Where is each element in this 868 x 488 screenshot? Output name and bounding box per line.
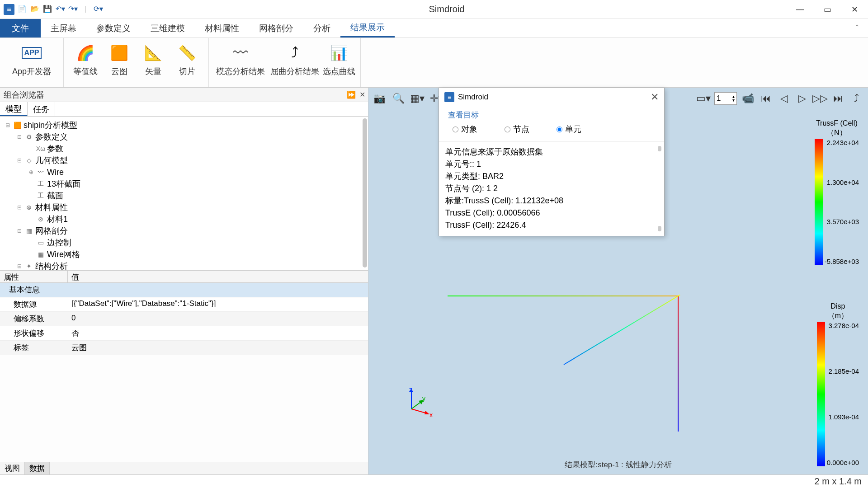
menu-0[interactable]: 主屏幕 [41, 19, 86, 38]
tree-node-icon: 工 [36, 179, 45, 188]
ribbon-cloud[interactable]: 🟧云图 [102, 41, 136, 84]
tree-scrollbar[interactable] [363, 118, 367, 267]
tree-row-8[interactable]: ⊗材料1 [2, 213, 366, 225]
radio-node[interactable]: 节点 [505, 124, 529, 135]
zoom-icon[interactable]: 🔍 [391, 91, 406, 106]
tree-node-label: 13杆截面 [47, 178, 80, 189]
tree-row-9[interactable]: ⊟▦网格剖分 [2, 225, 366, 237]
open-icon[interactable]: 📂 [30, 4, 40, 14]
play-icon[interactable]: ▷ [795, 91, 809, 106]
tab-view[interactable]: 视图 [0, 462, 25, 474]
ribbon-slice[interactable]: 📏切片 [170, 41, 204, 84]
ribbon-vector[interactable]: 📐矢量 [136, 41, 170, 84]
tree-toggle-icon[interactable]: ⊕ [29, 169, 36, 175]
tree-node-label: shipin分析模型 [24, 120, 77, 131]
menu-4[interactable]: 网格剖分 [249, 19, 303, 38]
menu-bar: 文件 主屏幕参数定义三维建模材料属性网格剖分分析结果展示⌃ [0, 19, 868, 38]
tab-data[interactable]: 数据 [25, 462, 50, 474]
grid-icon[interactable]: ▦▾ [410, 91, 425, 106]
tree-row-7[interactable]: ⊟⊗材料属性 [2, 202, 366, 213]
popup-titlebar[interactable]: ≡ Simdroid ✕ [439, 88, 664, 106]
prev-frame-icon[interactable]: ◁ [777, 91, 791, 106]
tree-node-label: 截面 [47, 190, 63, 201]
tab-task[interactable]: 任务 [28, 102, 55, 116]
refresh-icon[interactable]: ⟳▾ [93, 4, 103, 14]
prop-row-0[interactable]: 数据源[{"DataSet":["Wire"],"Database":"1-St… [0, 297, 368, 312]
tree-toggle-icon[interactable]: ⊟ [17, 204, 24, 211]
maximize-button[interactable]: ▭ [814, 0, 841, 19]
menu-1[interactable]: 参数定义 [86, 19, 141, 38]
ribbon-pick-curve[interactable]: 📊选点曲线 [322, 41, 356, 84]
radio-element[interactable]: 单元 [557, 124, 581, 135]
popup-title-text: Simdroid [458, 93, 488, 102]
tree-toggle-icon[interactable]: ⊟ [17, 134, 24, 140]
tree-row-11[interactable]: ▦Wire网格 [2, 249, 366, 260]
undo-icon[interactable]: ↶▾ [55, 4, 65, 14]
save-icon[interactable]: 💾 [42, 4, 52, 14]
tree-node-icon: ▭ [36, 238, 45, 247]
viewport-status: 结果模型:step-1 : 线性静力分析 [565, 460, 671, 470]
ribbon-contour[interactable]: 🌈等值线 [68, 41, 102, 84]
tree-row-10[interactable]: ▭边控制 [2, 237, 366, 249]
menu-3[interactable]: 材料属性 [195, 19, 249, 38]
prop-row-2[interactable]: 形状偏移否 [0, 326, 368, 341]
window-controls: — ▭ ✕ [787, 0, 868, 19]
tree-row-0[interactable]: ⊟🟧shipin分析模型 [2, 119, 366, 131]
ribbon-buckle[interactable]: ⤴屈曲分析结果 [268, 41, 322, 84]
prop-value: 0 [68, 312, 368, 326]
legend2-ticks-tick-2: 1.093e-04 [827, 413, 859, 421]
ribbon-app-dev[interactable]: APPApp开发器 [5, 41, 59, 84]
prop-row-1[interactable]: 偏移系数0 [0, 312, 368, 326]
legend2-ticks-tick-3: 0.000e+00 [827, 459, 859, 466]
menu-2[interactable]: 三维建模 [141, 19, 195, 38]
app-logo-icon[interactable]: ≡ [4, 4, 14, 15]
export-icon[interactable]: ⤴ [849, 91, 863, 106]
minimize-button[interactable]: — [787, 0, 814, 19]
menu-file[interactable]: 文件 [0, 19, 41, 38]
popup-scrollbar[interactable] [658, 146, 661, 231]
svg-line-2 [411, 409, 427, 413]
tree-node-label: 参数定义 [35, 131, 68, 142]
menu-5[interactable]: 分析 [303, 19, 340, 38]
frame-spinner[interactable]: 1 ▴ ▾ [714, 92, 737, 105]
layers-icon[interactable]: ▭▾ [696, 91, 711, 106]
menu-6[interactable]: 结果展示 [340, 19, 395, 38]
tree-row-1[interactable]: ⊟⚙参数定义 [2, 131, 366, 143]
viewport-toolbar-left: 📷 🔍 ▦▾ ✛▾ [372, 91, 443, 106]
close-button[interactable]: ✕ [841, 0, 868, 19]
popup-legend: 查看目标 [439, 106, 664, 120]
last-frame-icon[interactable]: ⏭ [831, 91, 845, 106]
next-frame-icon[interactable]: ▷▷ [813, 91, 827, 106]
legend2-colorbar [817, 322, 825, 466]
tree-row-6[interactable]: 工截面 [2, 190, 366, 202]
tree-row-12[interactable]: ⊟✦结构分析 [2, 260, 366, 270]
ribbon-collapse-icon[interactable]: ⌃ [854, 23, 863, 33]
panel-fastforward-icon[interactable]: ⏩ [347, 90, 356, 99]
tree-toggle-icon[interactable]: ⊟ [5, 122, 13, 128]
tree-row-2[interactable]: Xω参数 [2, 143, 366, 155]
prop-row-3[interactable]: 标签云图 [0, 341, 368, 355]
ribbon-modal[interactable]: 〰模态分析结果 [213, 41, 268, 84]
new-icon[interactable]: 📄 [17, 4, 27, 14]
prop-value: [{"DataSet":["Wire"],"Database":"1-Stati… [68, 297, 368, 311]
tab-model[interactable]: 模型 [0, 102, 28, 116]
first-frame-icon[interactable]: ⏮ [759, 91, 773, 106]
panel-close-icon[interactable]: ✕ [359, 90, 365, 99]
tree-toggle-icon[interactable]: ⊟ [17, 263, 24, 269]
tree-row-4[interactable]: ⊕〰Wire [2, 166, 366, 178]
redo-icon[interactable]: ↷▾ [68, 4, 78, 14]
tree-row-3[interactable]: ⊟◇几何模型 [2, 155, 366, 166]
snapshot-icon[interactable]: 📷 [372, 91, 387, 106]
tree-toggle-icon[interactable]: ⊟ [17, 157, 24, 164]
modal-label: 模态分析结果 [216, 66, 265, 77]
model-tree[interactable]: ⊟🟧shipin分析模型⊟⚙参数定义Xω参数⊟◇几何模型⊕〰Wire工13杆截面… [0, 117, 368, 270]
spinner-down-icon[interactable]: ▾ [732, 99, 735, 102]
prop-key: 偏移系数 [0, 312, 68, 326]
tree-row-5[interactable]: 工13杆截面 [2, 178, 366, 190]
viewport-3d[interactable]: 📷 🔍 ▦▾ ✛▾ ▭▾ 1 ▴ ▾ 📹 ⏮ ◁ ▷ ▷▷ ⏭ ⤴ [368, 88, 868, 474]
record-icon[interactable]: 📹 [741, 91, 755, 106]
tree-toggle-icon[interactable]: ⊟ [17, 228, 24, 234]
radio-object[interactable]: 对象 [453, 124, 477, 135]
popup-close-icon[interactable]: ✕ [651, 91, 659, 103]
tree-node-icon: ⚙ [24, 132, 33, 141]
